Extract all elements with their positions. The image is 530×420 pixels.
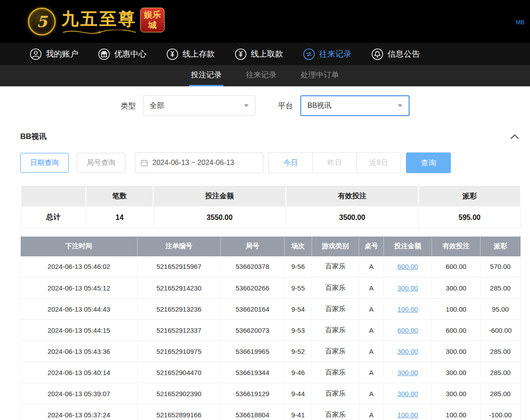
valid-bet: 300.00 (432, 277, 481, 299)
brand-badge: 娱乐城 (140, 8, 165, 32)
game-type: 百家乐 (312, 362, 359, 383)
type-select-value: 全部 (150, 101, 164, 111)
type-select[interactable]: 全部 (143, 95, 255, 116)
payout: -600.00 (481, 320, 521, 341)
bet-time: 2024-06-13 05:37:24 (21, 404, 138, 420)
bet-amount-link[interactable]: 100.00 (397, 305, 418, 313)
bet-amount-cell: 100.00 (384, 299, 432, 320)
bet-amount-link[interactable]: 600.00 (397, 326, 418, 334)
session: 9-53 (285, 320, 312, 341)
last-8-days-button[interactable]: 近8日 (356, 152, 401, 173)
tab-bet-records[interactable]: 投注记录 (189, 65, 223, 86)
today-button[interactable]: 今日 (268, 152, 313, 173)
bet-col-header: 有效投注 (432, 237, 481, 256)
order-number: 521652899166 (138, 404, 221, 420)
bet-col-header: 注单编号 (138, 237, 221, 256)
round-query-button[interactable]: 局号查询 (77, 153, 125, 173)
nav-label: 我的账户 (46, 49, 78, 59)
nav-item-promotions[interactable]: 优惠中心 (98, 48, 147, 60)
bet-amount-link[interactable]: 300.00 (397, 390, 418, 398)
bet-amount-cell: 600.00 (384, 320, 432, 341)
calendar-icon (140, 159, 148, 167)
session: 9-46 (285, 362, 312, 383)
session: 9-44 (285, 383, 312, 404)
game-type: 百家乐 (312, 404, 359, 420)
table-row: 2024-06-13 05:40:14521652904470536619344… (21, 362, 521, 383)
summary-header-count: 笔数 (86, 185, 153, 207)
search-button[interactable]: 查询 (406, 152, 451, 173)
order-number: 521652912337 (138, 320, 221, 341)
game-type: 百家乐 (312, 383, 359, 404)
table-row: 2024-06-13 05:46:02521652915967536620378… (21, 256, 521, 277)
bell-icon (371, 48, 383, 60)
summary-header-row: 笔数 投注金额 有效投注 派彩 (21, 185, 521, 207)
bet-col-header: 局号 (221, 237, 285, 256)
redaction-scribble (338, 8, 505, 35)
chevron-down-icon (244, 104, 249, 107)
date-range-picker[interactable]: 2024-06-13 ~ 2024-06-13 (135, 152, 263, 173)
table-code: A (359, 404, 384, 420)
round-number: 536620164 (221, 299, 285, 320)
payout: 285.00 (481, 383, 521, 404)
payout: -100.00 (481, 404, 521, 420)
tab-transaction-records[interactable]: 往来记录 (244, 65, 278, 86)
valid-bet: 300.00 (432, 341, 481, 362)
bet-amount-link[interactable]: 300.00 (397, 284, 418, 292)
valid-bet: 600.00 (432, 256, 481, 277)
bet-time: 2024-06-13 05:46:02 (21, 256, 138, 277)
summary-total-bet-amount: 3550.00 (153, 207, 286, 228)
nav-item-announcements[interactable]: 信息公告 (371, 48, 420, 60)
summary-header-payout: 派彩 (419, 185, 521, 207)
payout: 285.00 (481, 362, 521, 383)
summary-header-bet-amount: 投注金额 (153, 185, 286, 207)
bet-amount-cell: 100.00 (384, 404, 432, 420)
bet-amount-cell: 300.00 (384, 383, 432, 404)
round-number: 536620378 (221, 256, 285, 277)
summary-total-count: 14 (86, 207, 153, 228)
bet-amount-link[interactable]: 300.00 (397, 348, 418, 355)
date-query-button[interactable]: 日期查询 (20, 153, 69, 173)
valid-bet: 100.00 (432, 404, 481, 420)
type-label: 类型 (120, 101, 136, 111)
table-code: A (359, 277, 384, 299)
deposit-coin-icon (166, 48, 178, 60)
table-row: 2024-06-13 05:44:43521652913236536620164… (21, 299, 521, 320)
top-bar: 5 九五至尊 娱乐城 MB (0, 0, 530, 43)
summary-total-valid-bet: 3500.00 (286, 207, 419, 228)
platform-select-value: BB视讯 (307, 101, 331, 111)
nav-item-withdraw[interactable]: 线上取款 (235, 48, 283, 60)
payout: 285.00 (481, 277, 521, 299)
bet-amount-link[interactable]: 300.00 (397, 369, 418, 376)
game-type: 百家乐 (312, 341, 359, 362)
yesterday-button[interactable]: 昨日 (312, 152, 357, 173)
currency-label: MB (516, 19, 525, 26)
platform-label: 平台 (278, 101, 293, 111)
nav-label: 信息公告 (387, 49, 420, 59)
main-nav: 我的账户 优惠中心 线上存款 线上取款 往来记录 信息公告 (0, 43, 530, 65)
payout: 95.00 (481, 299, 521, 320)
collapse-button[interactable] (510, 134, 519, 139)
order-number: 521652915967 (138, 256, 221, 277)
round-number: 536620073 (221, 320, 285, 341)
platform-select[interactable]: BB视讯 (300, 95, 410, 116)
nav-item-deposit[interactable]: 线上存款 (166, 48, 215, 60)
round-number: 536620266 (221, 277, 285, 299)
bet-col-header: 桌号 (359, 237, 384, 256)
bet-table: 下注时间注单编号局号场次游戏类别桌号投注金额有效投注派彩 2024-06-13 … (20, 237, 521, 420)
game-type: 百家乐 (312, 277, 359, 299)
brand-title: 九五至尊 (62, 8, 137, 31)
session: 9-56 (285, 256, 312, 277)
tab-pending-orders[interactable]: 处理中订单 (299, 65, 341, 86)
game-type: 百家乐 (312, 320, 359, 341)
logo[interactable]: 5 九五至尊 娱乐城 (28, 8, 165, 36)
summary-header-valid-bet: 有效投注 (286, 185, 419, 207)
query-bar: 日期查询 局号查询 2024-06-13 ~ 2024-06-13 今日 昨日 … (20, 152, 519, 173)
nav-item-my-account[interactable]: 我的账户 (30, 48, 78, 60)
table-code: A (359, 341, 384, 362)
quick-range-group: 今日 昨日 近8日 (268, 152, 401, 173)
bet-amount-link[interactable]: 100.00 (397, 411, 418, 419)
bet-amount-link[interactable]: 600.00 (397, 263, 418, 270)
nav-item-records[interactable]: 往来记录 (303, 48, 352, 60)
table-row: 2024-06-13 05:39:07521652902390536619129… (21, 383, 521, 404)
bet-time: 2024-06-13 05:44:43 (21, 299, 138, 320)
